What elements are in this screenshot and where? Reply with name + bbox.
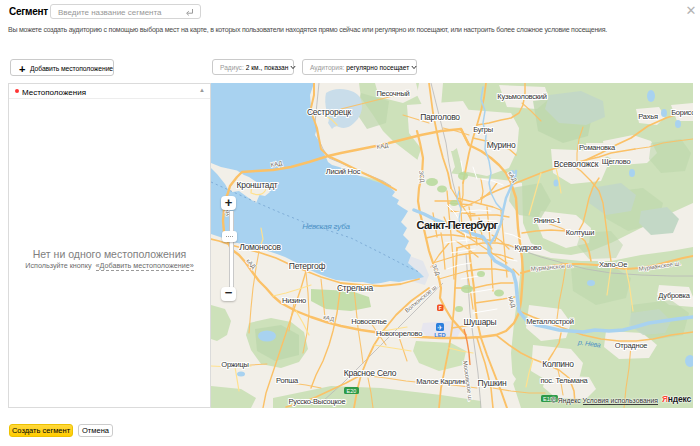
svg-text:E20: E20 [347,388,357,394]
svg-text:Хапо-Ое: Хапо-Ое [599,260,627,269]
svg-text:Петергоф: Петергоф [289,261,326,271]
svg-text:Пушкин: Пушкин [478,378,507,388]
svg-text:Ломоносов: Ломоносов [239,242,281,252]
svg-text:Дубровка: Дубровка [658,291,690,300]
svg-text:Шушары: Шушары [464,317,497,327]
svg-text:Рахья: Рахья [638,112,658,121]
svg-text:Новогорелово: Новогорелово [376,329,422,338]
svg-text:Мурино: Мурино [487,140,516,150]
svg-text:✈: ✈ [437,324,443,331]
svg-text:Стрельна: Стрельна [337,283,374,293]
svg-text:пос. Тельмана: пос. Тельмана [541,376,589,385]
svg-text:Кудрово: Кудрово [515,243,542,252]
svg-text:Металлострой: Металлострой [526,317,574,326]
svg-text:Красное Село: Красное Село [344,368,397,378]
svg-text:Ропша: Ропша [276,376,299,385]
svg-text:Романовка: Романовка [579,143,616,152]
svg-text:Санкт-Петербург: Санкт-Петербург [417,219,499,231]
svg-text:Парголово: Парголово [420,112,460,122]
svg-text:Бугры: Бугры [473,125,493,134]
svg-text:Лисий Нос: Лисий Нос [326,167,361,176]
svg-text:Борисов: Борисов [671,108,693,117]
svg-text:Песочный: Песочный [376,89,409,98]
svg-text:Низино: Низино [282,296,306,305]
svg-text:Щеглово: Щеглово [602,157,631,166]
svg-text:Кронштадт: Кронштадт [236,180,277,190]
svg-text:Колтуши: Колтуши [566,228,595,237]
svg-text:Невская губа: Невская губа [302,222,350,231]
svg-text:Всеволожск: Всеволожск [554,159,599,169]
svg-text:Отрадное: Отрадное [615,341,648,350]
svg-text:Янино-1: Янино-1 [534,216,561,225]
svg-text:LED: LED [434,332,446,338]
svg-text:Сестрорецк: Сестрорецк [307,107,352,117]
svg-text:Оржицы: Оржицы [221,360,248,369]
svg-text:Малое Карлино: Малое Карлино [416,377,468,386]
svg-text:Кузьмоловский: Кузьмоловский [497,92,546,101]
svg-text:Колпино: Колпино [542,359,574,369]
svg-text:Русско-Высоцкое: Русско-Высоцкое [289,397,346,406]
svg-text:Новоселье: Новоселье [351,317,387,326]
svg-text:F: F [439,306,442,311]
